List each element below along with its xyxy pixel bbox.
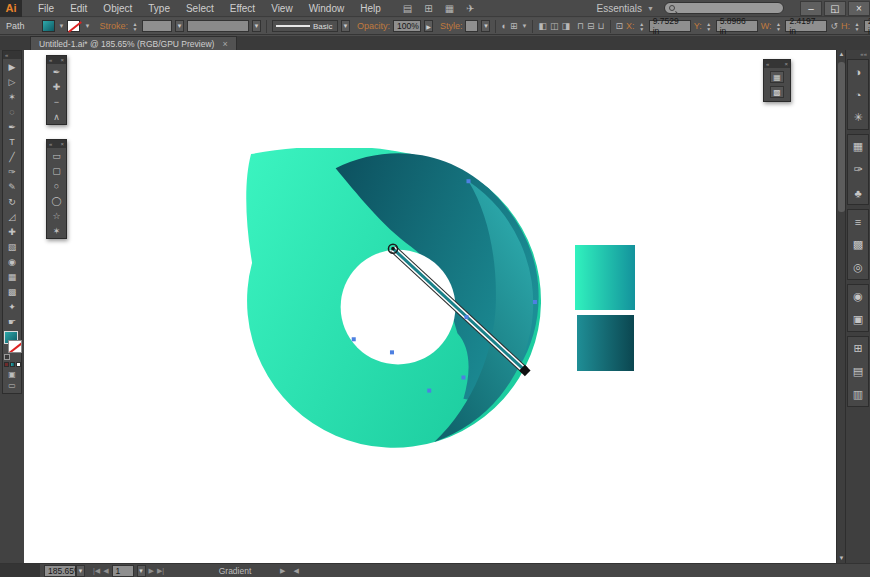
style-swatch[interactable]: [465, 20, 478, 32]
shape-builder-tool[interactable]: ◉: [3, 254, 21, 269]
graphic-styles-icon[interactable]: ▣: [848, 308, 868, 331]
paintbrush-tool[interactable]: ✑: [3, 164, 21, 179]
pencil-tool[interactable]: ✎: [3, 179, 21, 194]
bridge-icon[interactable]: ▤: [403, 3, 412, 14]
color-guide-icon[interactable]: ◔: [848, 83, 868, 106]
rounded-rectangle-tool[interactable]: ▢: [47, 163, 66, 178]
pen-tool[interactable]: ✒: [47, 64, 66, 79]
anchor-point[interactable]: [464, 315, 468, 319]
color-mode-button[interactable]: [4, 362, 9, 367]
style-dropdown[interactable]: ▼: [481, 20, 490, 32]
close-icon[interactable]: ×: [60, 56, 64, 64]
polygon-tool[interactable]: ◯: [47, 193, 66, 208]
width-profile-dropdown[interactable]: ▼: [252, 20, 261, 32]
draw-modes-icon[interactable]: ▣: [8, 370, 16, 379]
pen-tool[interactable]: ✒: [3, 119, 21, 134]
next-artboard-icon[interactable]: ▶: [149, 567, 154, 575]
color-themes-icon[interactable]: ✳: [848, 106, 868, 129]
workspace-switcher[interactable]: Essentials ▼: [596, 3, 654, 14]
chevron-down-icon[interactable]: ▼: [521, 23, 527, 29]
anchor-point[interactable]: [466, 179, 470, 183]
chevron-down-icon[interactable]: ▼: [59, 23, 65, 29]
brush-dropdown[interactable]: ▼: [341, 20, 350, 32]
layers-icon[interactable]: ▤: [848, 360, 868, 383]
gradient-square-bottom[interactable]: [577, 315, 634, 371]
delete-anchor-point-tool[interactable]: −: [47, 94, 66, 109]
opacity-link[interactable]: Opacity:: [357, 21, 390, 31]
pathfinder-icon[interactable]: ▩: [770, 86, 784, 98]
h-field[interactable]: 2.7561 in: [864, 20, 870, 32]
chevron-down-icon[interactable]: ▼: [84, 23, 90, 29]
gradient-icon[interactable]: ▩: [848, 233, 868, 256]
swatches-icon[interactable]: ▦: [848, 135, 868, 158]
brush-definition[interactable]: Basic: [272, 20, 338, 32]
close-icon[interactable]: ×: [60, 140, 64, 148]
stroke-swatch[interactable]: [8, 340, 22, 353]
add-anchor-point-tool[interactable]: ✚: [47, 79, 66, 94]
constrain-proportions-icon[interactable]: ↺: [830, 21, 838, 31]
stroke-weight-stepper[interactable]: ▲▼: [131, 22, 139, 31]
gradient-square-top[interactable]: [575, 245, 635, 310]
first-artboard-icon[interactable]: |◀: [93, 567, 100, 575]
document-setup-icon[interactable]: ◐: [501, 21, 506, 31]
expand-panels-icon[interactable]: ««: [846, 50, 870, 59]
scale-tool[interactable]: ◿: [3, 209, 21, 224]
transparency-icon[interactable]: ◎: [848, 256, 868, 279]
y-field[interactable]: 5.8986 in: [716, 20, 758, 32]
close-tab-icon[interactable]: ×: [222, 39, 227, 49]
search-input[interactable]: [675, 3, 779, 13]
ellipse-tool[interactable]: ○: [47, 178, 66, 193]
anchor-point[interactable]: [427, 389, 431, 393]
stroke-color-swatch[interactable]: [67, 20, 80, 32]
rotate-tool[interactable]: ↻: [3, 194, 21, 209]
menu-select[interactable]: Select: [178, 1, 222, 16]
scroll-left-icon[interactable]: ◀: [293, 567, 298, 575]
free-transform-tool[interactable]: ▧: [3, 239, 21, 254]
fill-color-swatch[interactable]: [42, 20, 55, 32]
hand-tool[interactable]: ☛: [3, 314, 21, 329]
artboards-icon[interactable]: ⊞: [848, 337, 868, 360]
previous-artboard-icon[interactable]: ◀: [103, 567, 108, 575]
minimize-icon[interactable]: –: [800, 1, 822, 16]
restore-icon[interactable]: ◱: [824, 1, 846, 16]
gradient-tool[interactable]: ▩: [3, 284, 21, 299]
align-center-icon[interactable]: ◫: [550, 21, 559, 31]
selection-tool[interactable]: ▶: [3, 59, 21, 74]
zoom-dropdown[interactable]: ▼: [76, 565, 85, 577]
align-middle-icon[interactable]: ⊟: [587, 21, 595, 31]
menu-view[interactable]: View: [263, 1, 301, 16]
document-tab[interactable]: Untitled-1.ai* @ 185.65% (RGB/GPU Previe…: [30, 36, 237, 50]
menu-window[interactable]: Window: [301, 1, 353, 16]
w-stepper[interactable]: ▲▼: [774, 22, 782, 31]
scroll-right-icon[interactable]: ▶: [280, 567, 285, 575]
default-fill-stroke-icon[interactable]: [4, 354, 10, 360]
appearance-icon[interactable]: ◉: [848, 285, 868, 308]
menu-object[interactable]: Object: [95, 1, 140, 16]
search-box[interactable]: [664, 2, 784, 14]
variable-width-profile[interactable]: [187, 20, 249, 32]
select-similar-icon[interactable]: ⊞: [510, 21, 518, 31]
arrange-documents-icon[interactable]: ⊞: [424, 3, 432, 14]
stroke-link[interactable]: Stroke:: [99, 21, 128, 31]
align-left-icon[interactable]: ◧: [538, 21, 547, 31]
menu-edit[interactable]: Edit: [62, 1, 95, 16]
menu-help[interactable]: Help: [352, 1, 389, 16]
direct-selection-tool[interactable]: ▷: [3, 74, 21, 89]
symbols-icon[interactable]: ♣: [848, 181, 868, 204]
align-top-icon[interactable]: ⊓: [577, 21, 584, 31]
collapse-panel-icon[interactable]: «: [49, 140, 52, 148]
collapse-panel-icon[interactable]: «: [49, 56, 52, 64]
shape-modes-icon[interactable]: ▦: [770, 71, 784, 83]
vertical-scrollbar[interactable]: ▲ ▼: [836, 50, 845, 563]
anchor-point[interactable]: [461, 376, 465, 380]
star-tool[interactable]: ☆: [47, 208, 66, 223]
anchor-point[interactable]: [390, 350, 394, 354]
mesh-tool[interactable]: ▦: [3, 269, 21, 284]
width-tool[interactable]: ✚: [3, 224, 21, 239]
transform-icon[interactable]: ⊡: [616, 21, 624, 31]
none-mode-button[interactable]: [16, 362, 21, 367]
menu-effect[interactable]: Effect: [222, 1, 263, 16]
scrollbar-thumb[interactable]: [838, 62, 845, 212]
close-icon[interactable]: ×: [784, 60, 788, 68]
close-icon[interactable]: ×: [848, 1, 870, 16]
